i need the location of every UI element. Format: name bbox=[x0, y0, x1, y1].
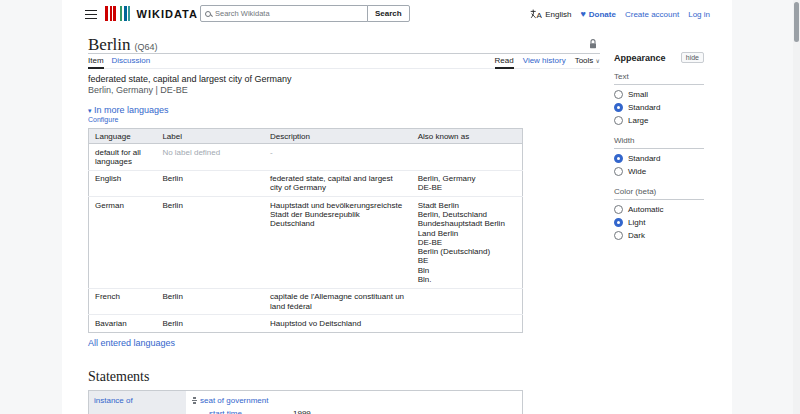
triangle-down-icon: ▾ bbox=[88, 107, 92, 114]
radio-option-wide[interactable]: Wide bbox=[614, 165, 704, 178]
radio-button[interactable] bbox=[614, 167, 623, 176]
radio-button[interactable] bbox=[614, 116, 623, 125]
cell-description[interactable]: federated state, capital and largest cit… bbox=[264, 170, 412, 197]
radio-button-selected[interactable] bbox=[614, 218, 623, 227]
more-languages-toggle[interactable]: ▾ In more languages bbox=[88, 105, 169, 115]
cell-label[interactable]: No label defined bbox=[156, 144, 264, 171]
qualifier-property-link[interactable]: start time bbox=[209, 409, 293, 414]
table-row: FrenchBerlincapitale de l'Allemagne cons… bbox=[89, 288, 523, 315]
rank-selector-icon[interactable] bbox=[192, 397, 197, 404]
heart-icon: ♥ bbox=[580, 10, 585, 19]
radio-button-selected[interactable] bbox=[614, 154, 623, 163]
tools-menu[interactable]: Tools ∨ bbox=[575, 56, 600, 69]
radio-label: Small bbox=[628, 90, 648, 99]
appearance-section-label-width: Width bbox=[614, 136, 704, 149]
cell-language: Bavarian bbox=[89, 315, 157, 332]
radio-option-large[interactable]: Large bbox=[614, 114, 704, 127]
language-icon: A bbox=[530, 9, 542, 19]
radio-label: Standard bbox=[628, 103, 660, 112]
statement-property: instance of bbox=[89, 391, 186, 414]
view-read[interactable]: Read bbox=[495, 56, 514, 69]
language-label: English bbox=[545, 10, 571, 19]
table-row: BavarianBerlinHauptstod vo Deitschland bbox=[89, 315, 523, 332]
view-history[interactable]: View history bbox=[523, 56, 566, 69]
cell-language: default for all languages bbox=[89, 144, 157, 171]
table-row: EnglishBerlinfederated state, capital an… bbox=[89, 170, 523, 197]
radio-option-automatic[interactable]: Automatic bbox=[614, 203, 704, 216]
all-entered-languages-link[interactable]: All entered languages bbox=[88, 338, 175, 348]
radio-label: Large bbox=[628, 116, 648, 125]
column-header-label: Label bbox=[156, 129, 264, 144]
radio-group-color-beta: AutomaticLightDark bbox=[614, 203, 704, 242]
language-table-header: LanguageLabelDescriptionAlso known as bbox=[89, 129, 523, 144]
search-button[interactable]: Search bbox=[367, 5, 410, 22]
radio-button[interactable] bbox=[614, 205, 623, 214]
radio-option-dark[interactable]: Dark bbox=[614, 229, 704, 242]
radio-button[interactable] bbox=[614, 90, 623, 99]
cell-also-known-as[interactable] bbox=[412, 315, 523, 332]
entity-description: federated state, capital and largest cit… bbox=[88, 74, 600, 85]
table-row: GermanBerlinHauptstadt und bevölkerungsr… bbox=[89, 197, 523, 289]
page-scrollbar[interactable] bbox=[793, 0, 800, 414]
chevron-down-icon: ∨ bbox=[596, 58, 600, 64]
statement: instance ofseat of governmentstart time1… bbox=[88, 390, 523, 414]
tab-discussion[interactable]: Discussion bbox=[112, 56, 151, 69]
cell-description[interactable]: - bbox=[264, 144, 412, 171]
radio-label: Light bbox=[628, 218, 645, 227]
cell-description[interactable]: capitale de l'Allemagne constituant un l… bbox=[264, 288, 412, 315]
scrollbar-thumb[interactable] bbox=[794, 2, 799, 42]
cell-description[interactable]: Hauptstod vo Deitschland bbox=[264, 315, 412, 332]
search-box[interactable] bbox=[200, 5, 368, 22]
property-link[interactable]: instance of bbox=[94, 396, 133, 405]
radio-label: Dark bbox=[628, 231, 645, 240]
radio-button[interactable] bbox=[614, 231, 623, 240]
radio-option-light[interactable]: Light bbox=[614, 216, 704, 229]
column-header-also-known-as: Also known as bbox=[412, 129, 523, 144]
value-link[interactable]: seat of government bbox=[200, 396, 268, 405]
radio-option-standard[interactable]: Standard bbox=[614, 101, 704, 114]
cell-language: English bbox=[89, 170, 157, 197]
appearance-section-label-text: Text bbox=[614, 72, 704, 85]
donate-link[interactable]: ♥ Donate bbox=[580, 10, 615, 19]
cell-language: German bbox=[89, 197, 157, 289]
appearance-heading: Appearance bbox=[614, 53, 666, 63]
login-link[interactable]: Log in bbox=[688, 10, 710, 19]
appearance-hide-button[interactable]: hide bbox=[681, 52, 704, 63]
svg-text:A: A bbox=[537, 11, 542, 19]
wikidata-logo[interactable]: WIKIDATA bbox=[105, 6, 198, 21]
create-account-link[interactable]: Create account bbox=[625, 10, 679, 19]
cell-also-known-as[interactable]: Stadt Berlin Berlin, Deutschland Bundesh… bbox=[412, 197, 523, 289]
cell-label[interactable]: Berlin bbox=[156, 170, 264, 197]
top-header: WIKIDATA Search A English ♥ Donate Creat… bbox=[62, 0, 732, 28]
radio-label: Automatic bbox=[628, 205, 664, 214]
language-table: LanguageLabelDescriptionAlso known as de… bbox=[88, 128, 523, 333]
search-bar: Search bbox=[200, 5, 410, 22]
radio-option-standard[interactable]: Standard bbox=[614, 152, 704, 165]
configure-link[interactable]: Configure bbox=[88, 116, 600, 123]
radio-option-small[interactable]: Small bbox=[614, 88, 704, 101]
page-title: Berlin bbox=[88, 35, 131, 54]
qualifier-value: 1999 bbox=[293, 409, 311, 414]
main-menu-icon[interactable] bbox=[85, 10, 97, 19]
cell-also-known-as[interactable] bbox=[412, 288, 523, 315]
statements-list: instance ofseat of governmentstart time1… bbox=[88, 390, 600, 414]
table-row: default for all languagesNo label define… bbox=[89, 144, 523, 171]
column-header-description: Description bbox=[264, 129, 412, 144]
radio-button-selected[interactable] bbox=[614, 103, 623, 112]
language-selector[interactable]: A English bbox=[530, 9, 571, 19]
tab-item[interactable]: Item bbox=[88, 56, 104, 69]
language-table-body: default for all languagesNo label define… bbox=[89, 144, 523, 333]
wikidata-logo-text: WIKIDATA bbox=[137, 8, 198, 20]
column-header-language: Language bbox=[89, 129, 157, 144]
cell-language: French bbox=[89, 288, 157, 315]
cell-description[interactable]: Hauptstadt und bevölkerungsreichste Stad… bbox=[264, 197, 412, 289]
page-panel: WIKIDATA Search A English ♥ Donate Creat… bbox=[62, 0, 732, 414]
search-input[interactable] bbox=[215, 9, 363, 18]
cell-label[interactable]: Berlin bbox=[156, 315, 264, 332]
cell-also-known-as[interactable]: Berlin, Germany DE-BE bbox=[412, 170, 523, 197]
cell-label[interactable]: Berlin bbox=[156, 197, 264, 289]
cell-label[interactable]: Berlin bbox=[156, 288, 264, 315]
cell-also-known-as[interactable] bbox=[412, 144, 523, 171]
wikidata-logo-bars-icon bbox=[105, 6, 132, 21]
protection-lock-icon bbox=[588, 38, 598, 52]
